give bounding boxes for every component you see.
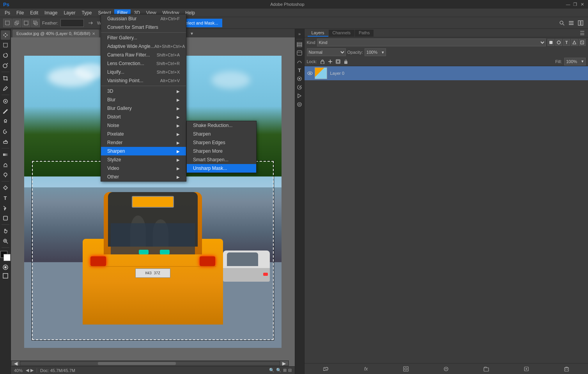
layers-tab[interactable]: Layers: [308, 30, 328, 37]
menu-vanishing-point[interactable]: Vanishing Point... Alt+Ctrl+V: [101, 76, 186, 85]
search-icon[interactable]: [558, 19, 566, 27]
blur-tool[interactable]: [1, 160, 10, 169]
scroll-right-btn[interactable]: ▶: [280, 361, 288, 365]
tab-close-1[interactable]: ✕: [92, 32, 95, 36]
history-panel-icon[interactable]: [296, 84, 303, 91]
add-adjustment-btn[interactable]: [442, 365, 450, 373]
fill-value[interactable]: 100% ▾: [564, 58, 586, 65]
expand-panels-btn[interactable]: »: [296, 30, 303, 37]
close-button[interactable]: ✕: [579, 2, 585, 7]
fill-btn[interactable]: ⊟: [288, 368, 292, 373]
layer-row-0[interactable]: Layer 0: [305, 66, 588, 80]
horizontal-scrollbar[interactable]: ◀ ▶: [11, 360, 289, 366]
menu-filter-gallery[interactable]: Filter Gallery...: [101, 34, 186, 42]
minimize-button[interactable]: —: [565, 2, 571, 7]
layer-visibility-0[interactable]: [307, 70, 313, 76]
maximize-button[interactable]: ❐: [572, 2, 578, 7]
add-selection-btn[interactable]: [12, 19, 21, 27]
menu-image[interactable]: Image: [41, 9, 60, 16]
menu-ps[interactable]: Ps: [2, 9, 13, 16]
menu-layer[interactable]: Layer: [60, 9, 78, 16]
menu-camera-raw[interactable]: Camera Raw Filter... Shift+Ctrl+A: [101, 51, 186, 59]
view-options-icon[interactable]: [567, 19, 576, 27]
pen-tool[interactable]: [1, 183, 10, 192]
quick-select-tool[interactable]: [1, 61, 10, 70]
type-panel-icon[interactable]: T: [296, 67, 303, 74]
lock-all-icon[interactable]: [343, 58, 349, 65]
fit-btn[interactable]: ⊞: [283, 368, 287, 373]
menu-pixelate[interactable]: Pixelate ▶: [101, 130, 186, 138]
brush-tool[interactable]: [1, 107, 10, 116]
menu-unsharp-mask[interactable]: Unsharp Mask...: [187, 164, 256, 173]
prev-arrow[interactable]: ◀: [26, 368, 29, 373]
channels-tab[interactable]: Channels: [329, 30, 354, 37]
type-kind-icon[interactable]: T: [563, 39, 570, 46]
smart-kind-icon[interactable]: [579, 39, 586, 46]
screen-mode-btn[interactable]: [2, 272, 9, 280]
clone-tool[interactable]: [1, 117, 10, 126]
link-layers-btn[interactable]: [322, 365, 330, 373]
kind-select[interactable]: Kind Name Effect Mode: [317, 39, 546, 46]
shape-kind-icon[interactable]: [571, 39, 578, 46]
shape-tool[interactable]: [1, 213, 10, 223]
layers-panel-icon[interactable]: [296, 41, 303, 48]
menu-distort[interactable]: Distort ▶: [101, 113, 186, 121]
color-foreground[interactable]: [0, 251, 11, 261]
path-select-tool[interactable]: [1, 203, 10, 213]
eyedropper-tool[interactable]: [1, 84, 10, 93]
delete-layer-btn[interactable]: [563, 365, 570, 373]
new-selection-btn[interactable]: [3, 19, 12, 27]
actions-panel-icon[interactable]: [296, 92, 303, 99]
type-tool[interactable]: T: [1, 193, 10, 203]
zoom-in-btn[interactable]: 🔍: [276, 368, 282, 373]
menu-type[interactable]: Type: [78, 9, 95, 16]
menu-file[interactable]: File: [13, 9, 27, 16]
adjustment-kind-icon[interactable]: [555, 39, 562, 46]
menu-blur[interactable]: Blur ▶: [101, 95, 186, 104]
menu-blur-gallery[interactable]: Blur Gallery ▶: [101, 104, 186, 113]
lock-pixels-icon[interactable]: [319, 58, 326, 65]
lock-position-icon[interactable]: [327, 58, 333, 65]
menu-other[interactable]: Other ▶: [101, 173, 186, 181]
paths-tab[interactable]: Paths: [355, 30, 374, 37]
menu-shake-reduction[interactable]: Shake Reduction...: [187, 121, 256, 130]
dodge-tool[interactable]: [1, 170, 10, 180]
opacity-value[interactable]: 100% ▾: [365, 48, 386, 56]
new-layer-btn[interactable]: [522, 365, 530, 373]
layer-fx-btn[interactable]: fx: [362, 365, 370, 373]
pixel-kind-icon[interactable]: [547, 39, 554, 46]
menu-adaptive-wide[interactable]: Adaptive Wide Angle... Alt+Shift+Ctrl+A: [101, 42, 186, 51]
menu-sharpen-more[interactable]: Sharpen More: [187, 147, 256, 155]
brush-preset-icon[interactable]: [296, 101, 303, 108]
blend-mode-select[interactable]: Normal Dissolve Multiply: [307, 48, 346, 56]
menu-smart-sharpen[interactable]: Smart Sharpen...: [187, 155, 256, 164]
panel-toggle-icon[interactable]: [576, 19, 585, 27]
menu-video[interactable]: Video ▶: [101, 164, 186, 173]
menu-sharpen-edges[interactable]: Sharpen Edges: [187, 138, 256, 147]
next-arrow[interactable]: ▶: [30, 368, 34, 373]
menu-gaussian-blur[interactable]: Gaussian Blur Alt+Ctrl+F: [101, 14, 186, 23]
color-panel-icon[interactable]: [296, 75, 303, 82]
intersect-selection-btn[interactable]: [31, 19, 40, 27]
menu-sharpen[interactable]: Sharpen ▶: [101, 147, 186, 155]
hand-tool[interactable]: [1, 226, 10, 236]
paths-icon[interactable]: [296, 58, 303, 65]
history-brush-tool[interactable]: [1, 127, 10, 136]
crop-tool[interactable]: [1, 74, 10, 83]
menu-edit[interactable]: Edit: [27, 9, 41, 16]
feather-input[interactable]: [60, 19, 84, 27]
menu-stylize[interactable]: Stylize ▶: [101, 155, 186, 164]
tabs-overflow-btn[interactable]: ▾: [188, 30, 196, 37]
panel-menu-btn[interactable]: ☰: [580, 30, 585, 36]
feather-exchange-btn[interactable]: [86, 19, 95, 27]
lock-artboard-icon[interactable]: [335, 58, 341, 65]
tab-ecuador[interactable]: Ecuador.jpg @ 40% (Layer 0, RGB/8#) ✕: [12, 30, 99, 37]
menu-sharpen-sub[interactable]: Sharpen: [187, 130, 256, 138]
menu-3d[interactable]: 3D ▶: [101, 87, 186, 95]
move-tool[interactable]: [1, 30, 10, 40]
menu-render[interactable]: Render ▶: [101, 138, 186, 147]
menu-convert-smart[interactable]: Convert for Smart Filters: [101, 23, 186, 32]
add-mask-btn[interactable]: [402, 365, 410, 373]
healing-tool[interactable]: [1, 97, 10, 106]
channels-icon[interactable]: [296, 49, 303, 56]
